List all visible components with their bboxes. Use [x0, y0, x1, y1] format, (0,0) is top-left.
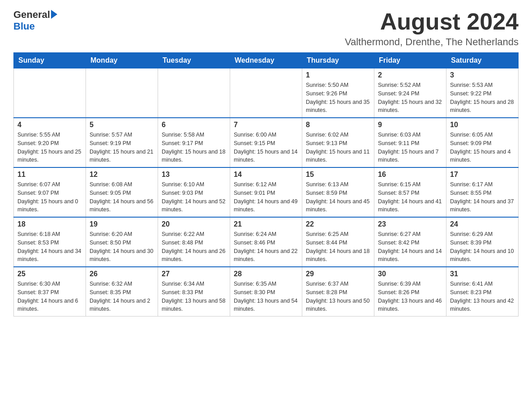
header-day-friday: Friday — [374, 53, 446, 68]
week-row-2: 4Sunrise: 5:55 AM Sunset: 9:20 PM Daylig… — [14, 118, 519, 167]
calendar-cell: 24Sunrise: 6:29 AM Sunset: 8:39 PM Dayli… — [446, 217, 519, 267]
day-info: Sunrise: 6:17 AM Sunset: 8:55 PM Dayligh… — [450, 180, 515, 214]
month-title: August 2024 — [345, 9, 519, 34]
calendar-cell: 11Sunrise: 6:07 AM Sunset: 9:07 PM Dayli… — [14, 167, 86, 217]
day-number: 28 — [234, 270, 298, 278]
calendar-cell: 25Sunrise: 6:30 AM Sunset: 8:37 PM Dayli… — [14, 267, 86, 317]
day-number: 11 — [17, 171, 82, 179]
day-info: Sunrise: 5:55 AM Sunset: 9:20 PM Dayligh… — [17, 131, 82, 164]
page-header: General Blue August 2024 Valthermond, Dr… — [13, 9, 519, 48]
calendar-table: SundayMondayTuesdayWednesdayThursdayFrid… — [13, 52, 519, 317]
logo-general-text: General — [13, 9, 50, 21]
calendar-cell: 23Sunrise: 6:27 AM Sunset: 8:42 PM Dayli… — [374, 217, 446, 267]
day-number: 20 — [162, 220, 226, 228]
day-number: 21 — [234, 220, 298, 228]
header-day-monday: Monday — [86, 53, 158, 68]
header-day-saturday: Saturday — [446, 53, 519, 68]
calendar-cell: 18Sunrise: 6:18 AM Sunset: 8:53 PM Dayli… — [14, 217, 86, 267]
calendar-cell: 1Sunrise: 5:50 AM Sunset: 9:26 PM Daylig… — [302, 68, 374, 118]
calendar-cell: 5Sunrise: 5:57 AM Sunset: 9:19 PM Daylig… — [86, 118, 158, 167]
day-info: Sunrise: 6:10 AM Sunset: 9:03 PM Dayligh… — [162, 180, 226, 214]
day-number: 2 — [378, 71, 442, 79]
header-row: SundayMondayTuesdayWednesdayThursdayFrid… — [14, 53, 519, 68]
day-info: Sunrise: 5:58 AM Sunset: 9:17 PM Dayligh… — [162, 131, 226, 164]
day-info: Sunrise: 5:53 AM Sunset: 9:22 PM Dayligh… — [450, 81, 515, 115]
calendar-cell: 14Sunrise: 6:12 AM Sunset: 9:01 PM Dayli… — [230, 167, 302, 217]
day-info: Sunrise: 6:12 AM Sunset: 9:01 PM Dayligh… — [234, 180, 298, 214]
week-row-1: 1Sunrise: 5:50 AM Sunset: 9:26 PM Daylig… — [14, 68, 519, 118]
day-info: Sunrise: 6:13 AM Sunset: 8:59 PM Dayligh… — [306, 180, 370, 214]
calendar-body: 1Sunrise: 5:50 AM Sunset: 9:26 PM Daylig… — [14, 68, 519, 317]
calendar-cell — [14, 68, 86, 118]
title-section: August 2024 Valthermond, Drenthe, The Ne… — [345, 9, 519, 48]
day-number: 6 — [162, 121, 226, 129]
day-info: Sunrise: 6:41 AM Sunset: 8:23 PM Dayligh… — [450, 280, 515, 313]
calendar-cell: 30Sunrise: 6:39 AM Sunset: 8:26 PM Dayli… — [374, 267, 446, 317]
logo: General Blue — [13, 9, 57, 32]
day-number: 26 — [90, 270, 154, 278]
day-info: Sunrise: 5:57 AM Sunset: 9:19 PM Dayligh… — [90, 131, 154, 164]
calendar-cell: 19Sunrise: 6:20 AM Sunset: 8:50 PM Dayli… — [86, 217, 158, 267]
day-info: Sunrise: 6:05 AM Sunset: 9:09 PM Dayligh… — [450, 131, 515, 164]
day-number: 16 — [378, 171, 442, 179]
day-number: 5 — [90, 121, 154, 129]
day-number: 10 — [450, 121, 515, 129]
day-info: Sunrise: 6:25 AM Sunset: 8:44 PM Dayligh… — [306, 230, 370, 264]
day-info: Sunrise: 6:32 AM Sunset: 8:35 PM Dayligh… — [90, 280, 154, 313]
day-number: 22 — [306, 220, 370, 228]
calendar-cell: 22Sunrise: 6:25 AM Sunset: 8:44 PM Dayli… — [302, 217, 374, 267]
day-number: 25 — [17, 270, 82, 278]
day-info: Sunrise: 6:02 AM Sunset: 9:13 PM Dayligh… — [306, 131, 370, 164]
header-day-wednesday: Wednesday — [230, 53, 302, 68]
calendar-cell: 16Sunrise: 6:15 AM Sunset: 8:57 PM Dayli… — [374, 167, 446, 217]
day-info: Sunrise: 6:35 AM Sunset: 8:30 PM Dayligh… — [234, 280, 298, 313]
day-number: 18 — [17, 220, 82, 228]
day-info: Sunrise: 6:24 AM Sunset: 8:46 PM Dayligh… — [234, 230, 298, 264]
day-number: 23 — [378, 220, 442, 228]
day-number: 29 — [306, 270, 370, 278]
week-row-5: 25Sunrise: 6:30 AM Sunset: 8:37 PM Dayli… — [14, 267, 519, 317]
calendar-cell — [158, 68, 230, 118]
day-info: Sunrise: 6:29 AM Sunset: 8:39 PM Dayligh… — [450, 230, 515, 264]
calendar-cell: 15Sunrise: 6:13 AM Sunset: 8:59 PM Dayli… — [302, 167, 374, 217]
day-info: Sunrise: 6:39 AM Sunset: 8:26 PM Dayligh… — [378, 280, 442, 313]
header-day-tuesday: Tuesday — [158, 53, 230, 68]
day-info: Sunrise: 6:00 AM Sunset: 9:15 PM Dayligh… — [234, 131, 298, 164]
day-info: Sunrise: 6:22 AM Sunset: 8:48 PM Dayligh… — [162, 230, 226, 264]
day-number: 31 — [450, 270, 515, 278]
calendar-cell: 9Sunrise: 6:03 AM Sunset: 9:11 PM Daylig… — [374, 118, 446, 167]
calendar-cell: 17Sunrise: 6:17 AM Sunset: 8:55 PM Dayli… — [446, 167, 519, 217]
week-row-4: 18Sunrise: 6:18 AM Sunset: 8:53 PM Dayli… — [14, 217, 519, 267]
calendar-cell: 27Sunrise: 6:34 AM Sunset: 8:33 PM Dayli… — [158, 267, 230, 317]
calendar-header: SundayMondayTuesdayWednesdayThursdayFrid… — [14, 53, 519, 68]
day-info: Sunrise: 6:08 AM Sunset: 9:05 PM Dayligh… — [90, 180, 154, 214]
day-number: 15 — [306, 171, 370, 179]
day-info: Sunrise: 6:07 AM Sunset: 9:07 PM Dayligh… — [17, 180, 82, 214]
day-number: 19 — [90, 220, 154, 228]
day-number: 3 — [450, 71, 515, 79]
header-day-thursday: Thursday — [302, 53, 374, 68]
calendar-cell: 6Sunrise: 5:58 AM Sunset: 9:17 PM Daylig… — [158, 118, 230, 167]
calendar-cell: 12Sunrise: 6:08 AM Sunset: 9:05 PM Dayli… — [86, 167, 158, 217]
calendar-cell: 8Sunrise: 6:02 AM Sunset: 9:13 PM Daylig… — [302, 118, 374, 167]
day-number: 14 — [234, 171, 298, 179]
day-number: 1 — [306, 71, 370, 79]
day-info: Sunrise: 6:37 AM Sunset: 8:28 PM Dayligh… — [306, 280, 370, 313]
calendar-cell: 21Sunrise: 6:24 AM Sunset: 8:46 PM Dayli… — [230, 217, 302, 267]
calendar-cell: 28Sunrise: 6:35 AM Sunset: 8:30 PM Dayli… — [230, 267, 302, 317]
day-number: 17 — [450, 171, 515, 179]
calendar-cell: 13Sunrise: 6:10 AM Sunset: 9:03 PM Dayli… — [158, 167, 230, 217]
day-number: 24 — [450, 220, 515, 228]
day-number: 4 — [17, 121, 82, 129]
location-title: Valthermond, Drenthe, The Netherlands — [345, 36, 519, 48]
day-info: Sunrise: 6:30 AM Sunset: 8:37 PM Dayligh… — [17, 280, 82, 313]
day-info: Sunrise: 6:03 AM Sunset: 9:11 PM Dayligh… — [378, 131, 442, 164]
calendar-cell: 4Sunrise: 5:55 AM Sunset: 9:20 PM Daylig… — [14, 118, 86, 167]
logo-blue-text: Blue — [13, 21, 57, 32]
calendar-cell: 10Sunrise: 6:05 AM Sunset: 9:09 PM Dayli… — [446, 118, 519, 167]
day-number: 30 — [378, 270, 442, 278]
day-number: 27 — [162, 270, 226, 278]
day-info: Sunrise: 6:27 AM Sunset: 8:42 PM Dayligh… — [378, 230, 442, 264]
logo-arrow-icon — [51, 10, 57, 19]
calendar-cell: 3Sunrise: 5:53 AM Sunset: 9:22 PM Daylig… — [446, 68, 519, 118]
